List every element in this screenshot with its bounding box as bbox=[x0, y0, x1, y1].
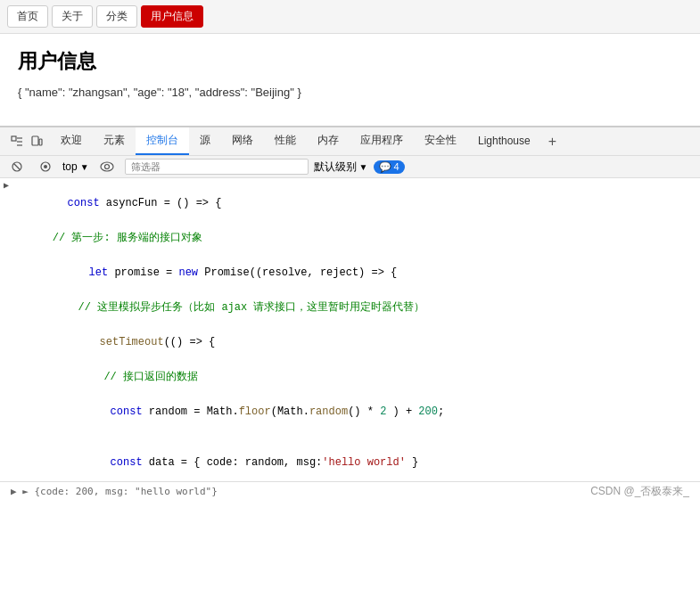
chat-icon: 💬 bbox=[379, 161, 391, 173]
tab-welcome[interactable]: 欢迎 bbox=[50, 127, 93, 155]
tab-security[interactable]: 安全性 bbox=[414, 127, 467, 155]
settings-btn[interactable] bbox=[34, 159, 57, 175]
no-expand bbox=[14, 318, 23, 332]
top-selector[interactable]: top ▼ bbox=[62, 160, 89, 173]
message-badge: 💬 4 bbox=[374, 160, 405, 174]
devtools-tabbar: 欢迎 元素 控制台 源 网络 性能 内存 应用程序 安全性 Lighthouse… bbox=[0, 127, 700, 156]
bottom-bar: ▶ ► {code: 200, msg: "hello world"} CSDN… bbox=[0, 481, 700, 501]
devtools-icons bbox=[4, 130, 50, 153]
svg-rect-0 bbox=[12, 136, 16, 141]
nav-about[interactable]: 关于 bbox=[52, 5, 93, 28]
no-expand bbox=[14, 230, 23, 243]
svg-line-7 bbox=[14, 164, 20, 169]
svg-point-11 bbox=[104, 165, 109, 169]
msg-count: 4 bbox=[394, 161, 399, 172]
console-line: const data = { code: random, msg:'hello … bbox=[0, 438, 700, 481]
no-expand bbox=[14, 438, 23, 452]
line-text: const asyncFun = () => { bbox=[16, 179, 695, 227]
tab-application[interactable]: 应用程序 bbox=[350, 127, 414, 155]
json-text: { "name": "zhangsan", "age": "18", "addr… bbox=[18, 86, 301, 99]
svg-point-10 bbox=[101, 162, 113, 171]
line-text: let promise = new Promise((resolve, reje… bbox=[27, 249, 695, 297]
line-text: // 这里模拟异步任务（比如 ajax 请求接口，这里暂时用定时器代替） bbox=[27, 299, 695, 315]
watermark: CSDN @_否极泰来_ bbox=[590, 484, 689, 499]
console-line: // 这里模拟异步任务（比如 ajax 请求接口，这里暂时用定时器代替） bbox=[0, 299, 700, 317]
nav-userinfo[interactable]: 用户信息 bbox=[141, 5, 203, 28]
no-expand bbox=[14, 249, 23, 262]
level-arrow: ▼ bbox=[359, 162, 368, 172]
bottom-result: ▶ ► {code: 200, msg: "hello world"} bbox=[11, 486, 218, 497]
no-expand bbox=[14, 299, 23, 313]
tab-elements[interactable]: 元素 bbox=[93, 127, 136, 155]
console-output[interactable]: ▶ const asyncFun = () => { // 第一步: 服务端的接… bbox=[0, 178, 700, 481]
console-line: const random = Math.floor(Math.random() … bbox=[0, 387, 700, 438]
inspect-icon[interactable] bbox=[9, 134, 25, 150]
svg-rect-5 bbox=[39, 139, 42, 145]
no-expand bbox=[14, 388, 23, 401]
tab-console[interactable]: 控制台 bbox=[136, 127, 189, 155]
svg-point-8 bbox=[44, 165, 47, 168]
tab-network[interactable]: 网络 bbox=[221, 127, 264, 155]
line-text: // 接口返回的数据 bbox=[27, 369, 695, 385]
bottom-result-text: ► {code: 200, msg: "hello world"} bbox=[22, 486, 218, 497]
expand-icon[interactable]: ▶ bbox=[4, 179, 12, 192]
console-line: ▶ const asyncFun = () => { bbox=[0, 178, 700, 229]
tab-sources[interactable]: 源 bbox=[189, 127, 221, 155]
no-expand bbox=[14, 369, 23, 382]
top-arrow: ▼ bbox=[80, 162, 89, 172]
device-icon[interactable] bbox=[29, 134, 45, 150]
console-line: let promise = new Promise((resolve, reje… bbox=[0, 248, 700, 299]
json-display: { "name": "zhangsan", "age": "18", "addr… bbox=[18, 86, 682, 99]
tab-add[interactable]: + bbox=[541, 130, 564, 153]
line-text: const random = Math.floor(Math.random() … bbox=[27, 388, 695, 436]
expand-icon-bottom[interactable]: ▶ bbox=[11, 486, 17, 497]
nav-category[interactable]: 分类 bbox=[96, 5, 137, 28]
filter-input[interactable] bbox=[125, 159, 309, 175]
console-line: // 接口返回的数据 bbox=[0, 368, 700, 387]
svg-rect-4 bbox=[32, 136, 38, 145]
line-text: setTimeout(() => { bbox=[27, 318, 695, 366]
tab-performance[interactable]: 性能 bbox=[264, 127, 307, 155]
nav-home[interactable]: 首页 bbox=[7, 5, 48, 28]
eye-btn[interactable] bbox=[95, 160, 119, 174]
console-line: // 第一步: 服务端的接口对象 bbox=[0, 229, 700, 248]
top-nav: 首页 关于 分类 用户信息 bbox=[0, 0, 700, 34]
console-line: setTimeout(() => { bbox=[0, 317, 700, 368]
top-label: top bbox=[62, 160, 78, 173]
level-label: 默认级别 bbox=[314, 160, 357, 175]
tab-memory[interactable]: 内存 bbox=[307, 127, 350, 155]
page-title: 用户信息 bbox=[18, 48, 682, 75]
page-content: 用户信息 { "name": "zhangsan", "age": "18", … bbox=[0, 34, 700, 126]
clear-console-btn[interactable] bbox=[5, 159, 29, 175]
console-toolbar: top ▼ 默认级别 ▼ 💬 4 bbox=[0, 156, 700, 178]
line-text: // 第一步: 服务端的接口对象 bbox=[27, 230, 695, 246]
tab-lighthouse[interactable]: Lighthouse bbox=[467, 129, 541, 154]
devtools-panel: 欢迎 元素 控制台 源 网络 性能 内存 应用程序 安全性 Lighthouse… bbox=[0, 126, 700, 481]
line-text: const data = { code: random, msg:'hello … bbox=[27, 438, 695, 481]
level-selector[interactable]: 默认级别 ▼ bbox=[314, 160, 368, 175]
